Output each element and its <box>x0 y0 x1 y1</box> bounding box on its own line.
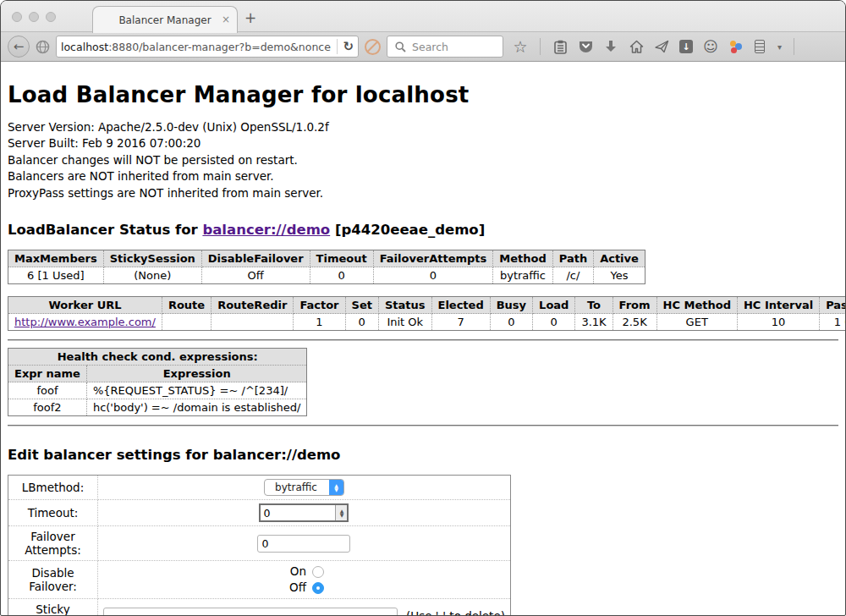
download-box-icon[interactable]: ↓ <box>679 40 693 53</box>
balancer-status-table: MaxMembers StickySession DisableFailover… <box>8 250 645 284</box>
inherit-note: Balancers are NOT inherited from main se… <box>8 168 838 184</box>
pocket-icon[interactable] <box>578 39 593 54</box>
col-disablefailover: DisableFailover <box>201 250 310 267</box>
val-active: Yes <box>594 267 645 284</box>
val-stickysession: (None) <box>103 267 201 284</box>
page-content: Load Balancer Manager for localhost Serv… <box>1 62 845 616</box>
val-from: 2.5K <box>613 314 656 331</box>
val-busy: 0 <box>490 314 532 331</box>
val-expr-name-1: foof <box>8 382 87 399</box>
loadbalancer-status-heading: LoadBalancer Status for balancer://demo … <box>8 222 838 238</box>
tab-groups-icon[interactable] <box>832 41 846 53</box>
val-failoverattempts: 0 <box>373 267 493 284</box>
url-separator <box>337 39 338 54</box>
balancer-demo-link[interactable]: balancer://demo <box>202 222 330 238</box>
tab-close-icon[interactable]: × <box>222 14 230 25</box>
caret-down-icon[interactable]: ▾ <box>777 42 782 52</box>
val-routeredir <box>212 314 294 331</box>
balancer-header-row: MaxMembers StickySession DisableFailover… <box>8 250 645 267</box>
search-input[interactable] <box>412 41 488 53</box>
server-info: Server Version: Apache/2.5.0-dev (Unix) … <box>8 119 838 201</box>
sticky-session-input[interactable] <box>103 608 398 616</box>
timeout-input[interactable] <box>261 505 335 520</box>
bookmark-star-icon[interactable]: ☆ <box>513 39 528 54</box>
sticky-session-hint: (Use '-' to delete) <box>406 609 505 616</box>
persist-note: Balancer changes will NOT be persisted o… <box>8 152 838 168</box>
home-icon[interactable] <box>629 39 644 54</box>
failover-on-option: On <box>103 564 505 579</box>
col-active: Active <box>594 250 645 267</box>
minimize-window-button[interactable] <box>29 12 39 22</box>
col-elected: Elected <box>431 297 490 314</box>
val-status: Init Ok <box>378 314 431 331</box>
col-expression: Expression <box>86 366 307 382</box>
col-to: To <box>575 297 613 314</box>
select-stepper-icon: ▲▼ <box>329 479 343 496</box>
notebook-icon[interactable] <box>752 39 767 54</box>
val-expr-name-2: foof2 <box>8 399 87 416</box>
val-disablefailover: Off <box>201 267 310 284</box>
failover-on-radio[interactable] <box>312 566 324 578</box>
url-host: localhost <box>61 41 108 53</box>
tab-balancer-manager[interactable]: Balancer Manager × <box>92 6 238 33</box>
balancer-data-row: 6 [1 Used] (None) Off 0 0 bytraffic /c/ … <box>8 267 645 284</box>
section-divider <box>8 339 838 341</box>
col-from: From <box>613 297 656 314</box>
edit-settings-heading: Edit balancer settings for balancer://de… <box>8 447 838 463</box>
val-load: 0 <box>533 314 575 331</box>
new-tab-button[interactable]: + <box>244 9 256 26</box>
lbmethod-row: LBmethod: bytraffic ▲▼ <box>8 476 511 500</box>
col-maxmembers: MaxMembers <box>8 250 104 267</box>
timeout-label: Timeout: <box>8 500 98 526</box>
send-plane-icon[interactable] <box>654 39 669 54</box>
lbmethod-label: LBmethod: <box>8 476 98 500</box>
col-path: Path <box>552 250 593 267</box>
lbmethod-select[interactable]: bytraffic ▲▼ <box>264 479 344 496</box>
timeout-cell: ▲▼ <box>97 500 510 526</box>
col-load: Load <box>533 297 575 314</box>
window-controls <box>12 12 56 22</box>
close-window-button[interactable] <box>12 12 22 22</box>
sticky-session-label: Sticky Session: <box>8 599 98 616</box>
toolbar-separator-2 <box>794 38 794 55</box>
failover-off-radio[interactable] <box>312 582 324 594</box>
val-hc-interval: 10 <box>737 314 819 331</box>
val-passes: 1 (0) <box>820 314 846 331</box>
search-bar[interactable] <box>387 36 503 58</box>
val-hc-method: GET <box>656 314 737 331</box>
col-failoverattempts: FailoverAttempts <box>373 250 493 267</box>
col-expr-name: Expr name <box>8 366 87 382</box>
val-method: bytraffic <box>493 267 552 284</box>
back-button[interactable]: ← <box>8 36 30 58</box>
bookmarks-clipboard-icon[interactable] <box>552 39 568 54</box>
failover-attempts-label: Failover Attempts: <box>8 526 98 561</box>
val-elected: 7 <box>431 314 490 331</box>
reload-button[interactable]: ↻ <box>343 39 354 54</box>
number-spinner-icon[interactable]: ▲▼ <box>335 505 347 520</box>
stepper-down-icon: ▼ <box>334 487 338 492</box>
sticky-session-cell: (Use '-' to delete) <box>97 599 510 616</box>
browser-window: Balancer Manager × + ← localhost:8880/ba… <box>0 0 846 616</box>
url-bar[interactable]: localhost:8880/balancer-manager?b=demo&n… <box>56 36 359 58</box>
hc-row-foof: foof %{REQUEST_STATUS} =~ /^[234]/ <box>8 382 307 399</box>
feedback-smiley-icon[interactable]: ☺ <box>703 39 718 54</box>
url-text: localhost:8880/balancer-manager?b=demo&n… <box>61 41 332 53</box>
worker-url-link[interactable]: http://www.example.com/ <box>14 316 156 328</box>
colored-dots-icon[interactable] <box>728 40 742 53</box>
timeout-row: Timeout: ▲▼ <box>8 500 511 526</box>
content-blocker-icon[interactable] <box>365 39 381 55</box>
hc-table-title: Health check cond. expressions: <box>8 349 307 366</box>
col-busy: Busy <box>490 297 532 314</box>
timeout-input-wrap: ▲▼ <box>259 503 349 522</box>
menu-hamburger-icon[interactable] <box>806 41 821 52</box>
status-heading-suffix: [p4420eeae_demo] <box>330 222 485 238</box>
val-expression-2: hc('body') =~ /domain is established/ <box>86 399 307 416</box>
zoom-window-button[interactable] <box>46 12 56 22</box>
balancer-settings-form: LBmethod: bytraffic ▲▼ Timeout: ▲▼ <box>8 475 511 616</box>
hc-title-row: Health check cond. expressions: <box>8 349 307 366</box>
tab-title: Balancer Manager <box>118 14 211 26</box>
downloads-icon[interactable] <box>603 39 618 54</box>
failover-attempts-input[interactable] <box>257 535 350 553</box>
server-version: Server Version: Apache/2.5.0-dev (Unix) … <box>8 119 838 135</box>
tab-bar: Balancer Manager × + <box>1 1 845 32</box>
